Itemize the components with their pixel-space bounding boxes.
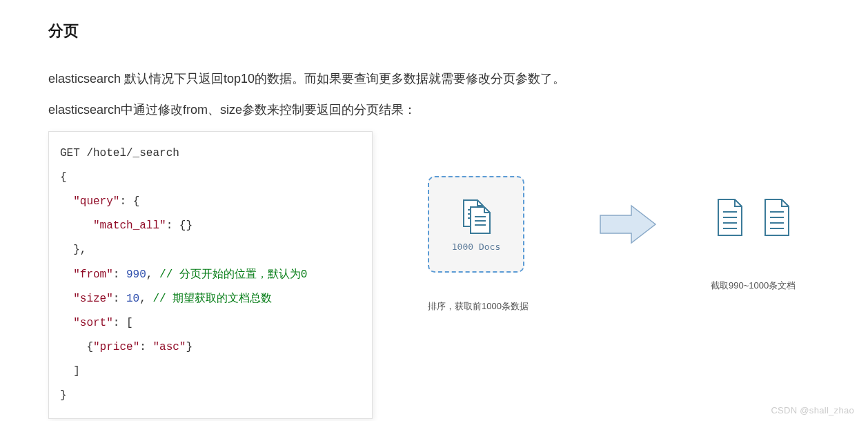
intro-paragraph-2: elasticsearch中通过修改from、size参数来控制要返回的分页结果… (48, 100, 820, 120)
code-key-query: "query" (73, 195, 119, 208)
code-block: GET /hotel/_search { "query": { "match_a… (48, 131, 373, 419)
arrow-icon (597, 200, 659, 251)
page-heading: 分页 (48, 21, 820, 41)
documents-stack-icon (455, 196, 497, 237)
code-val-size: 10 (126, 293, 139, 305)
docs-count-label: 1000 Docs (452, 242, 500, 252)
code-key-size: "size" (73, 293, 113, 305)
caption-slice: 截取990~1000条文档 (711, 280, 796, 292)
caption-sort: 排序，获取前1000条数据 (428, 300, 529, 313)
code-val-from: 990 (126, 268, 146, 281)
code-brace-close: } (60, 389, 67, 402)
result-docs-group (711, 197, 796, 238)
document-icon (760, 197, 794, 238)
document-icon (713, 197, 747, 238)
code-val-asc: "asc" (152, 341, 186, 353)
code-key-price: "price" (93, 341, 139, 353)
svg-marker-6 (600, 206, 655, 243)
code-key-sort: "sort" (73, 317, 113, 329)
docs-source-box: 1000 Docs (428, 176, 524, 273)
code-comment-size: // 期望获取的文档总数 (152, 293, 272, 305)
code-brace-open: { (60, 171, 67, 184)
code-key-match-all: "match_all" (93, 219, 166, 232)
watermark-text: CSDN @shall_zhao (771, 405, 854, 415)
code-line-request: GET /hotel/_search (60, 147, 179, 159)
code-key-from: "from" (73, 268, 113, 281)
code-comment-from: // 分页开始的位置，默认为0 (159, 268, 307, 281)
intro-paragraph-1: elasticsearch 默认情况下只返回top10的数据。而如果要查询更多数… (48, 69, 820, 89)
diagram-area: 1000 Docs 排序，获取前1000条数据 (400, 131, 820, 393)
